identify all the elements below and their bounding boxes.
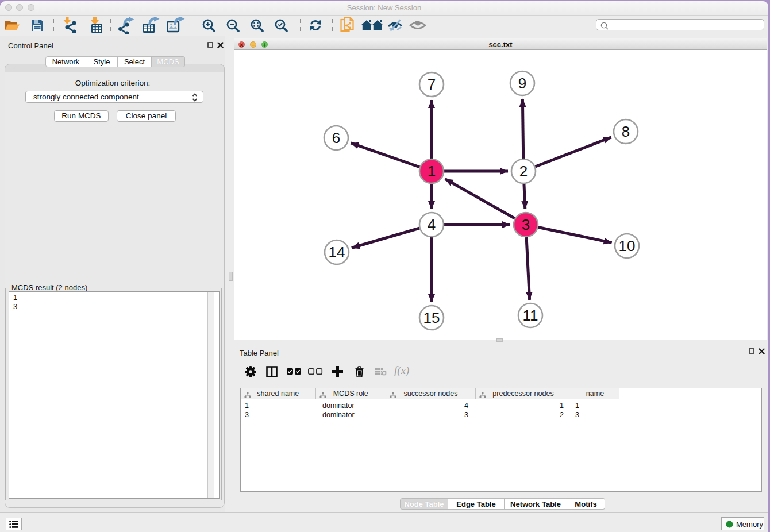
svg-text:10: 10: [619, 237, 636, 255]
svg-text:14: 14: [329, 244, 345, 261]
svg-text:9: 9: [518, 75, 526, 92]
svg-text:2: 2: [519, 163, 528, 180]
svg-text:11: 11: [523, 307, 538, 324]
svg-text:7: 7: [428, 76, 436, 93]
svg-text:8: 8: [622, 123, 630, 140]
svg-text:15: 15: [424, 309, 440, 326]
svg-text:3: 3: [522, 216, 530, 233]
svg-text:6: 6: [332, 129, 340, 147]
svg-text:4: 4: [428, 216, 436, 233]
svg-text:1: 1: [428, 163, 436, 180]
